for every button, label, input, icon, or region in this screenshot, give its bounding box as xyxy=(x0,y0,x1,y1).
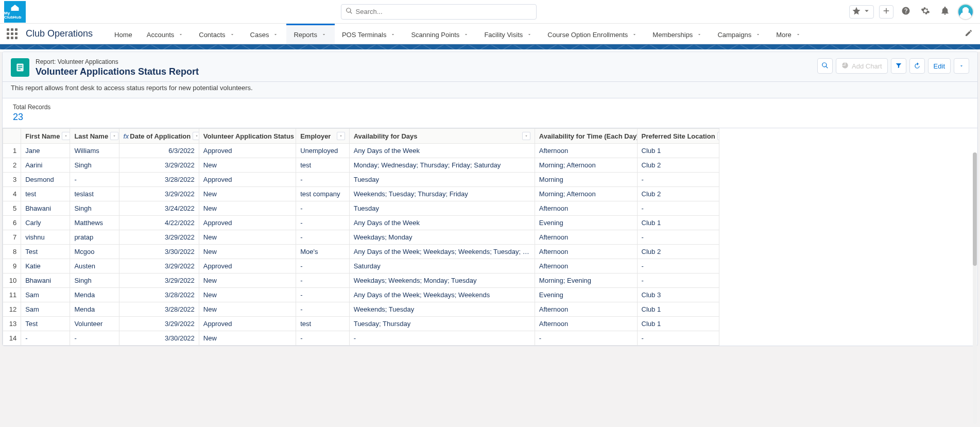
cell-first-name: Bhawani xyxy=(21,201,70,216)
cell-date: 4/22/2022 xyxy=(119,216,199,230)
column-header[interactable]: Last Name xyxy=(70,129,119,144)
column-menu-button[interactable] xyxy=(193,132,199,140)
user-avatar[interactable] xyxy=(957,4,974,20)
column-header[interactable]: Availability for Days xyxy=(349,129,535,144)
chevron-down-icon[interactable] xyxy=(272,30,279,40)
row-number-cell: 10 xyxy=(3,274,21,288)
cell-date: 3/28/2022 xyxy=(119,173,199,187)
cell-status: Approved xyxy=(199,317,296,331)
cell-status: Approved xyxy=(199,144,296,158)
column-header[interactable]: Availability for Time (Each Day) xyxy=(535,129,637,144)
cell-days: Any Days of the Week; Weekdays; Weekends… xyxy=(349,245,535,259)
nav-item-cases[interactable]: Cases xyxy=(243,24,287,44)
refresh-icon xyxy=(914,62,921,71)
column-menu-button[interactable] xyxy=(717,132,719,140)
cell-time: Morning; Afternoon xyxy=(535,158,637,173)
cell-employer: - xyxy=(296,230,349,245)
refresh-button[interactable] xyxy=(909,58,925,74)
cell-status: Approved xyxy=(199,216,296,230)
cell-days: Tuesday xyxy=(349,201,535,216)
column-menu-button[interactable] xyxy=(110,132,118,140)
nav-item-scanning-points[interactable]: Scanning Points xyxy=(404,24,477,44)
column-label: Availability for Time (Each Day) xyxy=(539,132,637,140)
cell-last-name: Matthews xyxy=(70,216,119,230)
nav-item-accounts[interactable]: Accounts xyxy=(140,24,192,44)
chevron-down-icon xyxy=(862,6,871,17)
table-row: 7vishnupratap3/29/2022New-Weekdays; Mond… xyxy=(3,230,719,245)
column-menu-button[interactable] xyxy=(337,132,345,140)
cell-days: Weekdays; Monday xyxy=(349,230,535,245)
nav-item-label: Course Option Enrollments xyxy=(547,31,628,39)
add-chart-button[interactable]: Add Chart xyxy=(836,58,888,74)
column-menu-button[interactable] xyxy=(62,132,70,140)
column-header[interactable]: Volunteer Application Status xyxy=(199,129,296,144)
chevron-down-icon[interactable] xyxy=(462,30,470,40)
nav-edit-button[interactable] xyxy=(961,27,976,41)
cell-last-name: Volunteer xyxy=(70,317,119,331)
app-logo[interactable]: My ClubHub xyxy=(4,1,26,23)
edit-button[interactable]: Edit xyxy=(928,58,951,74)
vertical-scrollbar[interactable] xyxy=(973,152,977,424)
notifications-button[interactable] xyxy=(938,5,952,19)
cell-first-name: Test xyxy=(21,245,70,259)
column-label: Availability for Days xyxy=(354,132,418,140)
cell-first-name: Bhawani xyxy=(21,274,70,288)
cell-time: Evening xyxy=(535,288,637,302)
chevron-down-icon[interactable] xyxy=(696,30,703,40)
cell-first-name: - xyxy=(21,331,70,346)
row-number-cell: 1 xyxy=(3,144,21,158)
nav-item-facility-visits[interactable]: Facility Visits xyxy=(477,24,540,44)
scrollbar-thumb[interactable] xyxy=(973,152,977,266)
column-header[interactable]: First Name xyxy=(21,129,70,144)
more-actions-button[interactable] xyxy=(954,58,969,74)
chevron-down-icon[interactable] xyxy=(526,30,533,40)
cell-employer: - xyxy=(296,173,349,187)
cell-last-name: Williams xyxy=(70,144,119,158)
chevron-down-icon[interactable] xyxy=(795,30,802,40)
column-header[interactable]: Employer xyxy=(296,129,349,144)
column-menu-button[interactable] xyxy=(522,132,530,140)
page-title: Volunteer Applications Status Report xyxy=(36,66,199,77)
filter-button[interactable] xyxy=(891,58,906,74)
help-button[interactable] xyxy=(899,5,913,19)
nav-item-course-option-enrollments[interactable]: Course Option Enrollments xyxy=(540,24,645,44)
nav-item-reports[interactable]: Reports xyxy=(286,24,335,44)
nav-item-pos-terminals[interactable]: POS Terminals xyxy=(335,24,404,44)
column-header[interactable]: fxDate of Application xyxy=(119,129,199,144)
global-header: My ClubHub xyxy=(0,0,980,24)
nav-item-home[interactable]: Home xyxy=(107,24,140,44)
table-row: 10BhawaniSingh3/29/2022New-Weekdays; Wee… xyxy=(3,274,719,288)
chevron-down-icon[interactable] xyxy=(177,30,184,40)
nav-item-campaigns[interactable]: Campaigns xyxy=(710,24,769,44)
report-search-button[interactable] xyxy=(817,58,833,74)
chevron-down-icon[interactable] xyxy=(754,30,762,40)
chevron-down-icon[interactable] xyxy=(631,30,638,40)
search-icon xyxy=(346,7,356,16)
chevron-down-icon[interactable] xyxy=(320,30,328,40)
nav-item-more[interactable]: More xyxy=(769,24,809,44)
chevron-down-icon[interactable] xyxy=(229,30,236,40)
cell-employer: - xyxy=(296,259,349,274)
cell-first-name: Carly xyxy=(21,216,70,230)
column-label: Preferred Site Location xyxy=(642,132,715,140)
column-header[interactable]: Preferred Site Location xyxy=(637,129,719,144)
setup-button[interactable] xyxy=(918,5,933,19)
app-nav-bar: Club Operations HomeAccountsContactsCase… xyxy=(0,24,980,44)
cell-time: Afternoon xyxy=(535,302,637,317)
nav-item-contacts[interactable]: Contacts xyxy=(192,24,243,44)
global-search[interactable] xyxy=(341,4,537,20)
report-table-scroll[interactable]: First NameLast NamefxDate of Application… xyxy=(3,128,977,346)
global-actions-button[interactable] xyxy=(879,5,893,19)
gear-icon xyxy=(921,6,930,17)
favorites-button[interactable] xyxy=(849,5,874,19)
cell-site: - xyxy=(637,259,719,274)
app-launcher-icon[interactable] xyxy=(4,26,20,42)
nav-item-label: Reports xyxy=(294,31,317,39)
chevron-down-icon[interactable] xyxy=(389,30,397,40)
search-input[interactable] xyxy=(356,8,532,15)
column-label: Volunteer Application Status xyxy=(203,132,294,140)
row-number-cell: 14 xyxy=(3,331,21,346)
nav-item-memberships[interactable]: Memberships xyxy=(645,24,710,44)
cell-time: Afternoon xyxy=(535,259,637,274)
cell-site: Club 2 xyxy=(637,187,719,201)
